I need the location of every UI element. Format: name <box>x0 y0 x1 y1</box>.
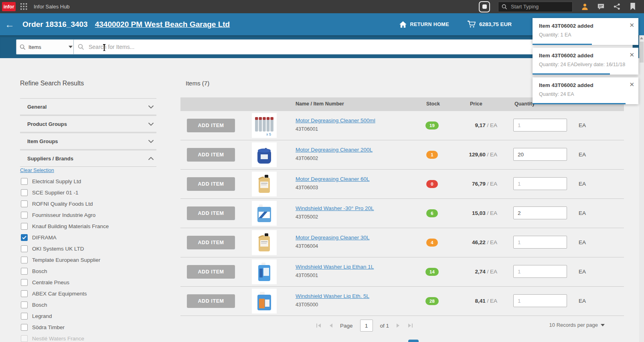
item-table-row: ADD ITEM x 5 Motor Degreasing Cleaner 50… <box>180 111 624 140</box>
quantity-input[interactable] <box>513 177 567 190</box>
pagination-next-icon[interactable] <box>396 323 400 328</box>
bookmark-icon[interactable] <box>629 3 637 11</box>
toast-title: Item 43T06002 added <box>539 23 633 29</box>
vertical-scrollbar[interactable] <box>639 35 644 342</box>
top-bar: infor Infor Sales Hub <box>0 0 644 13</box>
cart-button[interactable]: 6283,75 EUR <box>468 20 512 28</box>
filter-section-header[interactable]: General <box>20 98 156 115</box>
scrollbar-thumb[interactable] <box>640 42 644 63</box>
app-grid-icon[interactable] <box>20 3 27 10</box>
filter-section-header[interactable]: Item Groups <box>20 133 156 150</box>
widget-icon[interactable] <box>479 1 490 12</box>
item-table-row: ADD ITEM Windshield Washer Liq Eth. 5L 4… <box>180 287 624 316</box>
supplier-filter-option[interactable]: OKI Systems UK LTD <box>20 243 156 254</box>
stock-badge: 1 <box>426 151 438 159</box>
global-search-input[interactable] <box>510 3 560 10</box>
stock-badge: 4 <box>426 239 438 247</box>
checkbox[interactable] <box>21 189 28 196</box>
pagination-last-icon[interactable] <box>407 323 413 328</box>
checkbox[interactable] <box>21 200 28 207</box>
pagination-prev-icon[interactable] <box>329 323 333 328</box>
records-per-page-dropdown[interactable]: 10 Records per page <box>549 322 605 328</box>
checkbox[interactable] <box>21 268 28 275</box>
checkbox[interactable] <box>21 234 28 241</box>
item-name-link[interactable]: Motor Degreasing Cleaner 30L <box>296 235 370 241</box>
supplier-filter-option[interactable]: Electrical Supply Ltd <box>20 176 156 187</box>
checkbox[interactable] <box>21 302 28 308</box>
supplier-filter-option[interactable]: ROFNI Quality Foods Ltd <box>20 198 156 209</box>
add-item-button[interactable]: ADD ITEM <box>187 206 235 220</box>
add-item-button[interactable]: ADD ITEM <box>187 177 235 191</box>
scrollbar-up-arrow[interactable] <box>640 37 643 39</box>
quantity-input[interactable] <box>513 265 567 278</box>
filter-section-header[interactable]: Suppliers / Brands <box>20 150 156 167</box>
return-home-button[interactable]: RETURN HOME <box>399 21 449 28</box>
checkbox[interactable] <box>21 257 28 263</box>
item-number: 43T06003 <box>296 185 420 190</box>
supplier-filter-option[interactable]: DIFRAMA <box>20 232 156 243</box>
cart-icon <box>468 20 476 28</box>
filter-section-header[interactable]: Product Groups <box>20 115 156 132</box>
quantity-input[interactable] <box>513 294 567 307</box>
supplier-filter-option[interactable]: Nestlé Waters France <box>20 333 156 342</box>
add-item-button[interactable]: ADD ITEM <box>187 265 235 279</box>
item-name-link[interactable]: Motor Degreasing Cleaner 200L <box>296 147 373 153</box>
item-name-link[interactable]: Windshield Washer -30° Pro 20L <box>296 205 374 211</box>
checkbox[interactable] <box>21 212 28 219</box>
checkbox[interactable] <box>21 313 28 320</box>
supplier-filter-option[interactable]: SCE Supplier 01 -1 <box>20 187 156 198</box>
item-name-link[interactable]: Motor Degreasing Cleaner 60L <box>296 176 370 182</box>
global-search <box>498 2 573 12</box>
supplier-filter-option[interactable]: Centrale Pneus <box>20 277 156 288</box>
back-arrow-icon[interactable]: ← <box>5 20 18 29</box>
column-name: Name / Item Number <box>296 101 344 107</box>
add-item-button[interactable]: ADD ITEM <box>187 119 235 132</box>
item-price: 76,79 / EA <box>441 181 497 187</box>
supplier-filter-option[interactable]: Fournisseur Industrie Agro <box>20 209 156 221</box>
share-icon[interactable] <box>613 3 621 11</box>
checkbox[interactable] <box>21 245 28 252</box>
item-number: 43T05001 <box>296 273 420 278</box>
checkbox[interactable] <box>21 223 28 230</box>
quantity-input[interactable] <box>513 206 567 219</box>
toast-progress-bar <box>533 73 610 75</box>
close-icon[interactable]: ✕ <box>629 22 634 28</box>
item-name-link[interactable]: Windshield Washer Liq Eth. 5L <box>296 293 369 299</box>
close-icon[interactable]: ✕ <box>629 52 634 58</box>
supplier-filter-option[interactable]: Knauf Building Materials France <box>20 221 156 232</box>
svg-text:x 5: x 5 <box>266 132 271 136</box>
quantity-input[interactable] <box>513 236 567 249</box>
supplier-filter-option[interactable]: Bosch <box>20 299 156 310</box>
checkbox[interactable] <box>21 324 28 331</box>
supplier-filter-option[interactable]: ABEX Car Equipments <box>20 288 156 299</box>
supplier-filter-option[interactable]: Södra Timber <box>20 322 156 333</box>
add-item-button[interactable]: ADD ITEM <box>187 236 235 249</box>
item-unit: EA <box>579 122 586 128</box>
add-item-button[interactable]: ADD ITEM <box>187 294 235 308</box>
item-price: 15,03 / EA <box>441 210 497 216</box>
quantity-input[interactable] <box>513 119 567 132</box>
item-name-link[interactable]: Windshield Washer Liq Ethan 1L <box>296 264 374 270</box>
clear-selection-link[interactable]: Clear Selection <box>20 168 54 173</box>
toast-progress-bar <box>533 103 626 104</box>
supplier-filter-option[interactable]: Legrand <box>20 310 156 322</box>
item-table-row: ADD ITEM Motor Degreasing Cleaner 200L 4… <box>180 140 624 170</box>
customer-link[interactable]: 43400020 PM West Beach Garage Ltd <box>95 20 230 29</box>
person-icon[interactable] <box>581 3 589 11</box>
supplier-filter-option[interactable]: Bosch <box>20 265 156 277</box>
checkbox[interactable] <box>21 178 28 185</box>
checkbox[interactable] <box>21 335 28 342</box>
chevron-down-icon <box>148 105 154 109</box>
chat-icon[interactable] <box>597 3 605 11</box>
close-icon[interactable]: ✕ <box>629 81 634 87</box>
search-scope-dropdown[interactable]: Items <box>16 39 76 55</box>
pagination-first-icon[interactable] <box>316 323 322 328</box>
checkbox[interactable] <box>21 290 28 297</box>
quantity-input[interactable] <box>513 148 567 161</box>
checkbox[interactable] <box>21 279 28 286</box>
item-name-link[interactable]: Motor Degreasing Cleaner 500ml <box>296 117 375 123</box>
page-number-input[interactable] <box>360 320 373 332</box>
add-item-button[interactable]: ADD ITEM <box>187 148 235 162</box>
item-price: 2,74 / EA <box>441 269 497 275</box>
supplier-filter-option[interactable]: Template European Supplier <box>20 254 156 265</box>
